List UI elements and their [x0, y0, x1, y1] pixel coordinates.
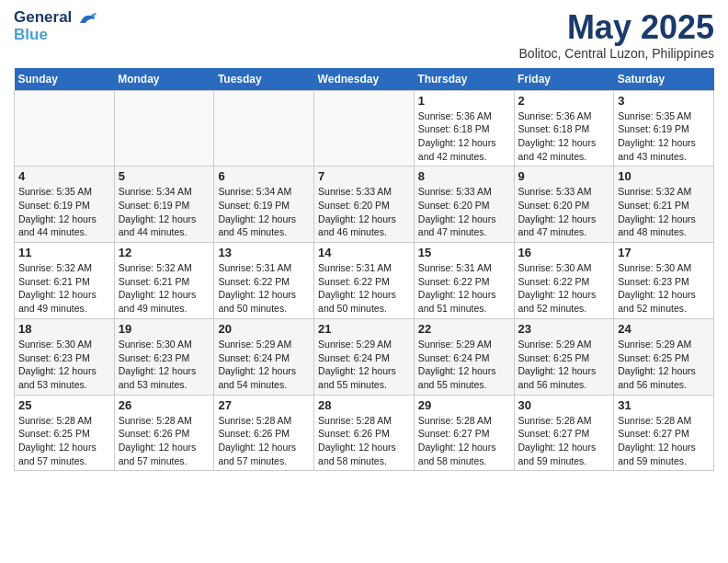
- logo-bird-icon: [78, 10, 98, 27]
- col-wednesday: Wednesday: [314, 68, 415, 91]
- table-row: 4Sunrise: 5:35 AM Sunset: 6:19 PM Daylig…: [15, 167, 115, 243]
- table-row: 8Sunrise: 5:33 AM Sunset: 6:20 PM Daylig…: [414, 167, 514, 243]
- logo-line1: General: [14, 9, 98, 27]
- day-number: 7: [318, 169, 410, 183]
- day-number: 13: [218, 246, 310, 259]
- day-info: Sunrise: 5:32 AM Sunset: 6:21 PM Dayligh…: [618, 185, 710, 239]
- table-row: 15Sunrise: 5:31 AM Sunset: 6:22 PM Dayli…: [414, 243, 514, 319]
- day-info: Sunrise: 5:34 AM Sunset: 6:19 PM Dayligh…: [119, 185, 210, 239]
- day-number: 8: [418, 169, 510, 183]
- table-row: 10Sunrise: 5:32 AM Sunset: 6:21 PM Dayli…: [614, 167, 714, 243]
- day-info: Sunrise: 5:28 AM Sunset: 6:26 PM Dayligh…: [119, 414, 210, 468]
- day-number: 4: [18, 169, 110, 183]
- table-row: 6Sunrise: 5:34 AM Sunset: 6:19 PM Daylig…: [214, 167, 314, 243]
- day-number: 16: [518, 246, 610, 259]
- table-row: 28Sunrise: 5:28 AM Sunset: 6:26 PM Dayli…: [314, 395, 415, 471]
- table-row: 11Sunrise: 5:32 AM Sunset: 6:21 PM Dayli…: [15, 243, 115, 319]
- logo: General Blue: [14, 9, 98, 43]
- day-info: Sunrise: 5:28 AM Sunset: 6:27 PM Dayligh…: [618, 414, 710, 468]
- day-number: 6: [218, 169, 310, 183]
- day-number: 14: [318, 246, 410, 259]
- day-number: 20: [218, 322, 310, 336]
- day-number: 26: [119, 398, 210, 412]
- calendar-table: Sunday Monday Tuesday Wednesday Thursday…: [14, 68, 714, 472]
- table-row: 30Sunrise: 5:28 AM Sunset: 6:27 PM Dayli…: [514, 395, 614, 471]
- col-friday: Friday: [514, 68, 614, 91]
- table-row: 29Sunrise: 5:28 AM Sunset: 6:27 PM Dayli…: [414, 395, 514, 471]
- table-row: 17Sunrise: 5:30 AM Sunset: 6:23 PM Dayli…: [614, 243, 714, 319]
- table-row: 18Sunrise: 5:30 AM Sunset: 6:23 PM Dayli…: [15, 318, 115, 395]
- day-number: 15: [418, 246, 510, 259]
- day-info: Sunrise: 5:35 AM Sunset: 6:19 PM Dayligh…: [618, 109, 710, 164]
- day-info: Sunrise: 5:30 AM Sunset: 6:22 PM Dayligh…: [518, 261, 610, 316]
- table-row: 2Sunrise: 5:36 AM Sunset: 6:18 PM Daylig…: [514, 90, 614, 167]
- table-row: 1Sunrise: 5:36 AM Sunset: 6:18 PM Daylig…: [414, 90, 514, 167]
- day-info: Sunrise: 5:29 AM Sunset: 6:24 PM Dayligh…: [318, 338, 410, 392]
- table-row: [114, 90, 214, 167]
- table-row: 22Sunrise: 5:29 AM Sunset: 6:24 PM Dayli…: [414, 318, 514, 395]
- day-info: Sunrise: 5:29 AM Sunset: 6:24 PM Dayligh…: [218, 338, 310, 392]
- day-number: 3: [618, 94, 710, 108]
- table-row: 9Sunrise: 5:33 AM Sunset: 6:20 PM Daylig…: [514, 167, 614, 243]
- day-number: 1: [418, 94, 510, 108]
- day-info: Sunrise: 5:33 AM Sunset: 6:20 PM Dayligh…: [518, 185, 610, 239]
- day-info: Sunrise: 5:28 AM Sunset: 6:27 PM Dayligh…: [418, 414, 510, 468]
- day-info: Sunrise: 5:29 AM Sunset: 6:25 PM Dayligh…: [518, 338, 610, 392]
- calendar-week-row: 18Sunrise: 5:30 AM Sunset: 6:23 PM Dayli…: [15, 318, 714, 395]
- day-info: Sunrise: 5:29 AM Sunset: 6:24 PM Dayligh…: [418, 338, 510, 392]
- day-info: Sunrise: 5:31 AM Sunset: 6:22 PM Dayligh…: [318, 261, 410, 316]
- table-row: 24Sunrise: 5:29 AM Sunset: 6:25 PM Dayli…: [614, 318, 714, 395]
- day-number: 18: [18, 322, 110, 336]
- table-row: [314, 90, 415, 167]
- day-number: 2: [518, 94, 610, 108]
- day-number: 23: [518, 322, 610, 336]
- day-number: 27: [218, 398, 310, 412]
- day-info: Sunrise: 5:28 AM Sunset: 6:26 PM Dayligh…: [318, 414, 410, 468]
- table-row: [214, 90, 314, 167]
- table-row: 7Sunrise: 5:33 AM Sunset: 6:20 PM Daylig…: [314, 167, 415, 243]
- calendar-header-row: Sunday Monday Tuesday Wednesday Thursday…: [15, 68, 714, 91]
- logo-line2: Blue: [14, 27, 98, 44]
- table-row: 20Sunrise: 5:29 AM Sunset: 6:24 PM Dayli…: [214, 318, 314, 395]
- day-info: Sunrise: 5:31 AM Sunset: 6:22 PM Dayligh…: [218, 261, 310, 316]
- location-subtitle: Bolitoc, Central Luzon, Philippines: [519, 46, 714, 61]
- day-info: Sunrise: 5:33 AM Sunset: 6:20 PM Dayligh…: [318, 185, 410, 239]
- day-info: Sunrise: 5:28 AM Sunset: 6:25 PM Dayligh…: [18, 414, 110, 468]
- table-row: 14Sunrise: 5:31 AM Sunset: 6:22 PM Dayli…: [314, 243, 415, 319]
- table-row: 5Sunrise: 5:34 AM Sunset: 6:19 PM Daylig…: [114, 167, 214, 243]
- day-info: Sunrise: 5:34 AM Sunset: 6:19 PM Dayligh…: [218, 185, 310, 239]
- day-number: 24: [618, 322, 710, 336]
- col-tuesday: Tuesday: [214, 68, 314, 91]
- day-number: 31: [618, 398, 710, 412]
- day-number: 9: [518, 169, 610, 183]
- day-number: 12: [119, 246, 210, 259]
- day-number: 17: [618, 246, 710, 259]
- table-row: [15, 90, 115, 167]
- day-info: Sunrise: 5:30 AM Sunset: 6:23 PM Dayligh…: [119, 338, 210, 392]
- day-number: 30: [518, 398, 610, 412]
- day-info: Sunrise: 5:29 AM Sunset: 6:25 PM Dayligh…: [618, 338, 710, 392]
- day-info: Sunrise: 5:36 AM Sunset: 6:18 PM Dayligh…: [418, 109, 510, 164]
- day-info: Sunrise: 5:32 AM Sunset: 6:21 PM Dayligh…: [18, 261, 110, 316]
- table-row: 31Sunrise: 5:28 AM Sunset: 6:27 PM Dayli…: [614, 395, 714, 471]
- title-block: May 2025 Bolitoc, Central Luzon, Philipp…: [519, 9, 714, 61]
- day-number: 19: [119, 322, 210, 336]
- table-row: 12Sunrise: 5:32 AM Sunset: 6:21 PM Dayli…: [114, 243, 214, 319]
- page-container: General Blue May 2025 Bolitoc, Central L…: [0, 0, 728, 480]
- day-info: Sunrise: 5:32 AM Sunset: 6:21 PM Dayligh…: [119, 261, 210, 316]
- table-row: 25Sunrise: 5:28 AM Sunset: 6:25 PM Dayli…: [15, 395, 115, 471]
- day-info: Sunrise: 5:28 AM Sunset: 6:27 PM Dayligh…: [518, 414, 610, 468]
- day-number: 11: [18, 246, 110, 259]
- table-row: 16Sunrise: 5:30 AM Sunset: 6:22 PM Dayli…: [514, 243, 614, 319]
- month-title: May 2025: [519, 9, 714, 46]
- day-number: 10: [618, 169, 710, 183]
- col-saturday: Saturday: [614, 68, 714, 91]
- day-info: Sunrise: 5:30 AM Sunset: 6:23 PM Dayligh…: [618, 261, 710, 316]
- day-number: 29: [418, 398, 510, 412]
- day-number: 25: [18, 398, 110, 412]
- day-info: Sunrise: 5:35 AM Sunset: 6:19 PM Dayligh…: [18, 185, 110, 239]
- day-number: 28: [318, 398, 410, 412]
- table-row: 13Sunrise: 5:31 AM Sunset: 6:22 PM Dayli…: [214, 243, 314, 319]
- day-number: 22: [418, 322, 510, 336]
- calendar-week-row: 1Sunrise: 5:36 AM Sunset: 6:18 PM Daylig…: [15, 90, 714, 167]
